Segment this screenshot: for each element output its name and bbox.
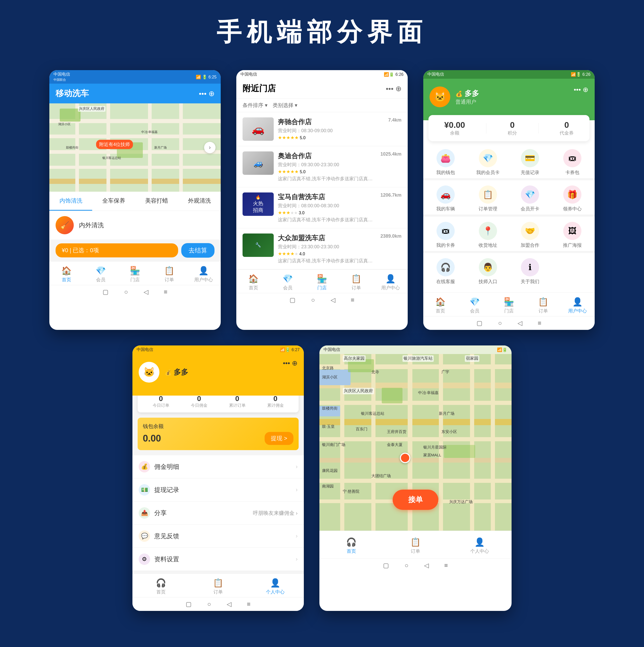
- menu-vip-open[interactable]: 💎 会员开卡: [510, 183, 550, 215]
- p4-android-triangle[interactable]: ◁: [227, 600, 231, 608]
- map5-label-22: 大团结广场: [371, 474, 391, 479]
- store-img-benz: 🚗: [242, 118, 274, 141]
- phone3-nav-home[interactable]: 🏠 首页: [423, 297, 457, 314]
- map5-park2: [382, 388, 403, 403]
- phone5-accept-order-btn[interactable]: 接单: [392, 490, 438, 510]
- phone3-nav-store[interactable]: 🏪 门店: [492, 297, 526, 314]
- phone4-withdraw-record[interactable]: 💵 提现记录 ›: [132, 479, 304, 502]
- store-card-benz[interactable]: 🚗 奔驰合作店 7.4km 营业时间：08:30-09:00:00 ★★★★★ …: [236, 112, 408, 146]
- feedback-arrow: ›: [296, 533, 298, 540]
- menu-tech-portal[interactable]: 👨 技师入口: [468, 256, 508, 287]
- phone4-commission-detail[interactable]: 💰 佣金明细 ›: [132, 455, 304, 479]
- p2-android-square[interactable]: ▢: [290, 296, 295, 304]
- phone5-map[interactable]: 高尔夫家园 银川旅游汽车站 宿家园 北京路 北寺 广宇 湖滨小区 兴庆区人民政府…: [319, 354, 512, 531]
- map5-label-3: 宿家园: [465, 355, 479, 362]
- map-green1: [60, 109, 80, 122]
- p3-android-square[interactable]: ▢: [477, 319, 483, 327]
- p5-android-triangle[interactable]: ◁: [424, 562, 429, 569]
- map5-road-v2: [371, 354, 375, 531]
- phone2-nav-order[interactable]: 📋 订单: [339, 274, 373, 291]
- phone1-checkout-btn[interactable]: 去结算: [181, 243, 214, 258]
- phone4-stat-total-orders: 0 累计订单: [218, 394, 256, 408]
- map5-label-11: 银川客运总站: [361, 411, 384, 416]
- phone1-map-arrow[interactable]: ›: [204, 142, 216, 153]
- p2-android-circle[interactable]: ○: [311, 296, 315, 304]
- store-card-audi[interactable]: 🚙 奥迪合作店 1025.4km 营业时间：09:30:00-23:30:00 …: [236, 146, 408, 187]
- menu-wallet[interactable]: 👛 我的钱包: [426, 146, 466, 178]
- store-card-bmw[interactable]: 🔥 火热 招商 宝马自营洗车店 1206.7km 营业时间：08:00:00-0…: [236, 187, 408, 228]
- p3-android-circle[interactable]: ○: [498, 319, 502, 327]
- phone5-nav-order[interactable]: 📋 订单: [383, 535, 448, 556]
- nav-item-user[interactable]: 👤 用户中心: [187, 266, 221, 283]
- phone5-nav-user[interactable]: 👤 个人中心: [447, 535, 512, 556]
- service-tab-interior[interactable]: 内饰清洗: [49, 192, 92, 211]
- phone4-share[interactable]: 📤 分享 呼朋唤友来赚佣金 ›: [132, 502, 304, 525]
- user-icon: 👤: [198, 266, 209, 276]
- menu-about[interactable]: ℹ 关于我们: [510, 256, 550, 287]
- map5-label-19: 银川月星国际: [423, 445, 447, 450]
- menu-orders[interactable]: 📋 订单管理: [468, 183, 508, 215]
- phone5-nav-home[interactable]: 🎧 首页: [319, 535, 383, 556]
- nav-item-store[interactable]: 🏪 门店: [118, 266, 152, 283]
- android-square[interactable]: ▢: [102, 288, 109, 296]
- store-card-vw[interactable]: 🔧 大众加盟洗车店 2389.0km 营业时间：23:30:00-23:30:0…: [236, 228, 408, 269]
- map5-road-v4: [439, 354, 443, 531]
- p4-android-menu[interactable]: ≡: [247, 600, 251, 608]
- menu-poster[interactable]: 🖼 推广海报: [553, 219, 592, 251]
- feedback-icon: 💬: [139, 530, 150, 542]
- menu-service[interactable]: 🎧 在线客服: [426, 256, 466, 287]
- phone2-nav-store[interactable]: 🏪 门店: [305, 274, 339, 291]
- store-rating-vw: ★★★★★ 4.0: [278, 251, 402, 257]
- store-desc-bmw: 这家门店真不错,洗车干净动作多送家门店真…: [278, 217, 402, 223]
- service-tab-exterior[interactable]: 外观清洗: [178, 192, 221, 211]
- phone4-profile-settings[interactable]: ⚙ 资料设置 ›: [132, 548, 304, 571]
- phone4-nav-home[interactable]: 🎧 首页: [132, 578, 190, 595]
- phone3-nav-user[interactable]: 👤 用户中心: [560, 297, 595, 314]
- p3-android-menu[interactable]: ≡: [538, 319, 542, 327]
- phone2-filter-category[interactable]: 类别选择 ▾: [273, 102, 298, 109]
- menu-coupon-center[interactable]: 🎁 领券中心: [553, 183, 592, 215]
- menu-my-cars[interactable]: 🚗 我的车辆: [426, 183, 466, 215]
- phone4-withdraw-btn[interactable]: 提现 >: [265, 432, 293, 445]
- phone4-nav-bar: 🎧 首页 📋 订单 👤 个人中心: [132, 574, 304, 597]
- menu-my-coupons[interactable]: 🎟 我的卡券: [426, 219, 466, 251]
- phone3-nav-member[interactable]: 💎 会员: [457, 297, 492, 314]
- store-name-audi: 奥迪合作店 1025.4km: [278, 151, 402, 160]
- phone2-nav-home[interactable]: 🏠 首页: [236, 274, 271, 291]
- store-img-vw: 🔧: [242, 233, 274, 257]
- p2-android-triangle[interactable]: ◁: [331, 296, 335, 304]
- phone1-map[interactable]: 兴庆区人民政府 湖滨小区 中冶·幸福嘉 鼓楼尚街 银川客运总站 新月广场 附近有…: [49, 103, 221, 192]
- android-triangle[interactable]: ◁: [144, 288, 148, 296]
- android-menu[interactable]: ≡: [164, 288, 167, 296]
- phone2-filter-sort[interactable]: 条件排序 ▾: [242, 102, 268, 109]
- phone2-nav-label-home: 首页: [249, 285, 258, 291]
- p2-android-menu[interactable]: ≡: [351, 296, 354, 304]
- p5-android-square[interactable]: ▢: [383, 562, 389, 569]
- phone4-nav-order[interactable]: 📋 订单: [190, 578, 247, 595]
- phone5-nav-bar: 🎧 首页 📋 订单 👤 个人中心: [319, 531, 512, 559]
- p4-android-circle[interactable]: ○: [207, 600, 211, 608]
- menu-coupon-pack[interactable]: 🎟 卡券包: [553, 146, 592, 178]
- android-circle[interactable]: ○: [124, 288, 128, 296]
- menu-franchise[interactable]: 🤝 加盟合作: [510, 219, 550, 251]
- nav-item-member[interactable]: 💎 会员: [84, 266, 118, 283]
- menu-vip-card[interactable]: 💎 我的会员卡: [468, 146, 508, 178]
- p3-android-triangle[interactable]: ◁: [517, 319, 522, 327]
- phone4-wallet-val: 0.00: [143, 433, 161, 444]
- service-tab-maintenance[interactable]: 全车保养: [92, 192, 135, 211]
- map5-label-15: 王府井百货: [387, 429, 407, 434]
- p5-android-menu[interactable]: ≡: [444, 562, 448, 569]
- service-tab-beauty[interactable]: 美容打蜡: [135, 192, 178, 211]
- p4-android-square[interactable]: ▢: [186, 600, 192, 608]
- nav-item-home[interactable]: 🏠 首页: [49, 266, 84, 283]
- phone3-carrier: 中国电信: [427, 72, 444, 77]
- phone2-nav-member[interactable]: 💎 会员: [271, 274, 305, 291]
- phone4-feedback[interactable]: 💬 意见反馈 ›: [132, 525, 304, 548]
- phone4-nav-user[interactable]: 👤 个人中心: [247, 578, 304, 595]
- nav-item-order[interactable]: 📋 订单: [152, 266, 187, 283]
- menu-address[interactable]: 📍 收货地址: [468, 219, 508, 251]
- menu-recharge[interactable]: 💳 充值记录: [510, 146, 550, 178]
- phone2-nav-user[interactable]: 👤 用户中心: [373, 274, 408, 291]
- phone3-nav-order[interactable]: 📋 订单: [526, 297, 560, 314]
- p5-android-circle[interactable]: ○: [405, 562, 409, 569]
